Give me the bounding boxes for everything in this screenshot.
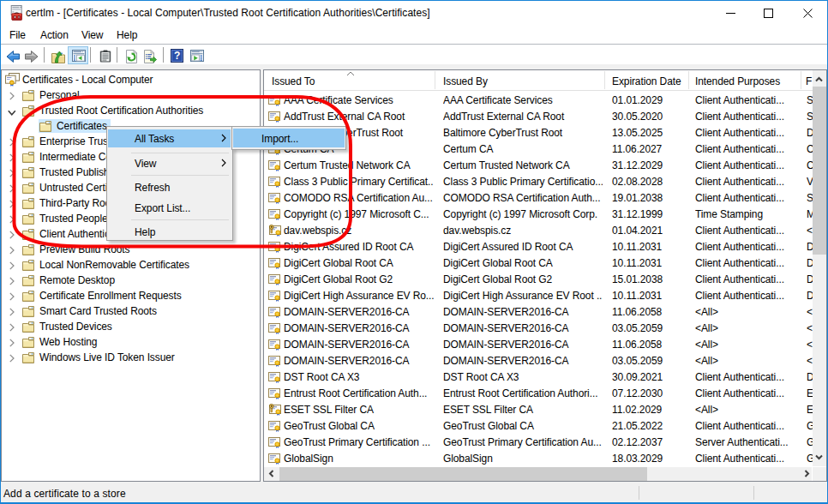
svg-text:?: ?: [174, 50, 180, 62]
